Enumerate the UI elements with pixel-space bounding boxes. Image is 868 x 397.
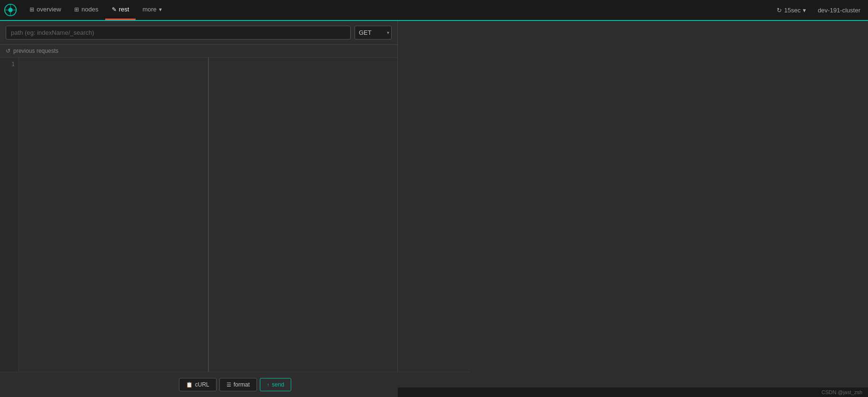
- format-button[interactable]: ☰ format: [219, 378, 257, 391]
- previous-requests-label: previous requests: [13, 48, 59, 54]
- curl-icon: 📋: [186, 382, 193, 388]
- nav-item-more[interactable]: more ▾: [136, 0, 168, 20]
- editor-area: 1: [0, 58, 397, 397]
- line-numbers: 1: [0, 58, 19, 397]
- cluster-name: dev-191-cluster: [814, 5, 864, 16]
- refresh-label: 15sec: [784, 7, 801, 14]
- curl-label: cURL: [195, 381, 209, 388]
- main-content: GET POST PUT DELETE HEAD PATCH ▾ ↺ previ…: [0, 21, 868, 397]
- send-button[interactable]: ↑ send: [260, 378, 292, 391]
- send-label: send: [272, 381, 284, 388]
- overview-icon: ⊞: [30, 6, 34, 13]
- footer: CSDN @jast_zsh: [398, 387, 868, 397]
- path-input[interactable]: [6, 26, 351, 40]
- app-logo: [4, 3, 17, 17]
- method-select-wrapper: GET POST PUT DELETE HEAD PATCH ▾: [355, 26, 392, 40]
- method-chevron-icon: ▾: [387, 30, 389, 35]
- left-panel: GET POST PUT DELETE HEAD PATCH ▾ ↺ previ…: [0, 21, 398, 397]
- more-chevron-icon: ▾: [159, 6, 162, 13]
- refresh-icon: ↻: [777, 7, 782, 14]
- nav-nodes-label: nodes: [81, 6, 98, 13]
- line-number-1: 1: [0, 60, 15, 69]
- navbar-right: ↻ 15sec ▾ dev-191-cluster: [773, 5, 864, 16]
- editor-panes: [19, 58, 397, 397]
- nav-rest-label: rest: [119, 6, 129, 13]
- nav-overview-label: overview: [37, 6, 61, 13]
- editor-left-textarea[interactable]: [21, 60, 206, 395]
- clock-icon: ↺: [6, 48, 10, 54]
- right-panel: [398, 21, 868, 397]
- method-select[interactable]: GET POST PUT DELETE HEAD PATCH: [357, 26, 385, 39]
- curl-button[interactable]: 📋 cURL: [179, 378, 217, 391]
- nav-more-label: more: [142, 6, 157, 13]
- nav-items: ⊞ overview ⊞ nodes ✎ rest more ▾: [23, 0, 773, 20]
- format-icon: ☰: [227, 382, 231, 388]
- editor-left-pane: [19, 58, 208, 397]
- refresh-chevron-icon: ▾: [803, 7, 806, 14]
- refresh-button[interactable]: ↻ 15sec ▾: [773, 5, 810, 16]
- navbar: ⊞ overview ⊞ nodes ✎ rest more ▾ ↻ 15sec…: [0, 0, 868, 21]
- previous-requests-toggle[interactable]: ↺ previous requests: [0, 45, 397, 58]
- editor-right-textarea[interactable]: [211, 60, 396, 395]
- nav-item-rest[interactable]: ✎ rest: [105, 0, 136, 20]
- nodes-icon: ⊞: [74, 6, 79, 13]
- send-icon: ↑: [267, 382, 270, 387]
- nav-item-overview[interactable]: ⊞ overview: [23, 0, 68, 20]
- footer-text: CSDN @jast_zsh: [821, 389, 862, 395]
- nav-item-nodes[interactable]: ⊞ nodes: [68, 0, 105, 20]
- rest-icon: ✎: [112, 6, 117, 13]
- editor-right-pane: [209, 58, 398, 397]
- path-bar: GET POST PUT DELETE HEAD PATCH ▾: [0, 21, 397, 45]
- format-label: format: [234, 381, 250, 388]
